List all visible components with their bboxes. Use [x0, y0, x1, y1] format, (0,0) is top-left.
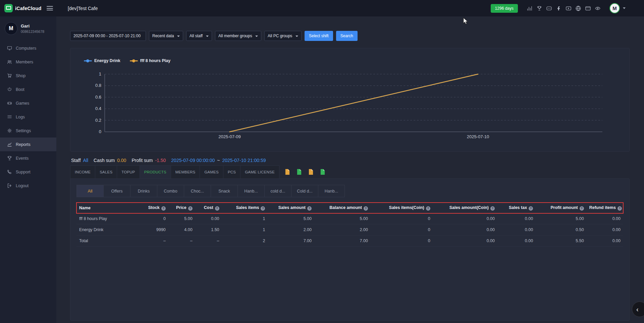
- sidebar-item-boot[interactable]: Boot: [0, 83, 56, 96]
- period-start-link[interactable]: 2025-07-09 00:00:00: [171, 158, 215, 163]
- sidebar-item-events[interactable]: Events: [0, 151, 56, 165]
- tab-products[interactable]: PRODUCTS: [140, 165, 171, 179]
- category-tab-combo-3[interactable]: Combo: [157, 185, 184, 197]
- svg-text:0.6: 0.6: [95, 95, 101, 100]
- trophy-icon[interactable]: [536, 5, 542, 11]
- tab-game-license[interactable]: GAME LICENSE: [240, 165, 279, 179]
- stats-icon[interactable]: [527, 5, 533, 11]
- table-cell: 0.00: [587, 213, 623, 224]
- license-days-badge[interactable]: 1296 days: [491, 4, 518, 13]
- table-cell: 2: [222, 235, 268, 247]
- youtube-icon[interactable]: [566, 5, 572, 11]
- category-tab-offers-1[interactable]: Offers: [103, 185, 130, 197]
- info-icon[interactable]: ?: [490, 206, 495, 211]
- sidebar-item-games[interactable]: Games: [0, 96, 56, 110]
- tab-members[interactable]: MEMBERS: [171, 165, 200, 179]
- info-icon[interactable]: ?: [215, 206, 219, 211]
- table-cell: 1.50: [195, 224, 222, 235]
- info-icon[interactable]: ?: [307, 206, 312, 211]
- period-end-link[interactable]: 2025-07-10 21:00:59: [222, 158, 266, 163]
- sidebar-nav: ComputersMembersShopBootGamesLogsSetting…: [0, 41, 56, 193]
- table-row: Energy Drink99904.001.5012.002.0000.000.…: [76, 224, 623, 235]
- chevron-down-icon[interactable]: [623, 7, 626, 9]
- tab-income[interactable]: INCOME: [70, 165, 95, 179]
- user-phone: 008612345678: [21, 30, 44, 34]
- column-header-sales-tax: Sales tax?: [497, 203, 536, 213]
- staff-select[interactable]: All staff: [186, 31, 212, 41]
- tab-pcs[interactable]: PCS: [223, 165, 240, 179]
- category-tab-cold-d-8[interactable]: Cold d...: [291, 185, 318, 197]
- export-xls-icon[interactable]: [308, 169, 314, 175]
- tab-games[interactable]: GAMES: [200, 165, 223, 179]
- column-header-name: Name: [76, 203, 137, 213]
- table-total-row: Total–––27.007.0000.000.005.500.00: [76, 235, 623, 247]
- info-icon[interactable]: ?: [580, 206, 584, 211]
- sidebar-item-label: Support: [16, 170, 31, 174]
- info-icon[interactable]: ?: [161, 206, 166, 211]
- sidebar-avatar: M: [5, 22, 17, 35]
- recent-data-select[interactable]: Recent data: [149, 31, 183, 41]
- sidebar-item-members[interactable]: Members: [0, 55, 56, 69]
- column-header-stock: Stock?: [137, 203, 168, 213]
- pc-groups-select[interactable]: All PC groups: [265, 31, 301, 41]
- brand-name: iCafeCloud: [15, 6, 42, 11]
- table-cell: 7.00: [314, 235, 371, 247]
- info-icon[interactable]: ?: [618, 206, 622, 211]
- table-body: fff 8 hours Play05.000.0015.005.0000.000…: [76, 213, 623, 247]
- svg-text:2025-07-09: 2025-07-09: [218, 134, 241, 139]
- date-range-input[interactable]: [70, 31, 146, 41]
- user-avatar[interactable]: M: [609, 3, 620, 13]
- legend-item-energy-drink[interactable]: Energy Drink: [84, 58, 120, 63]
- info-icon[interactable]: ?: [261, 206, 265, 211]
- staff-filter-link[interactable]: All: [83, 158, 89, 163]
- category-tab-snack-5[interactable]: Snack: [211, 185, 237, 197]
- info-icon[interactable]: ?: [364, 206, 368, 211]
- export-xlsx-icon[interactable]: [320, 169, 325, 175]
- column-header-sales-amount: Sales amount?: [268, 203, 314, 213]
- facebook-icon[interactable]: [556, 5, 562, 11]
- discord-icon[interactable]: [546, 5, 552, 11]
- sidebar-item-logout[interactable]: Logout: [0, 179, 56, 193]
- billing-icon[interactable]: [585, 5, 591, 11]
- table-cell: 0.00: [497, 235, 536, 247]
- search-button[interactable]: Search: [336, 31, 358, 41]
- category-tab-hanb-9[interactable]: Hanb...: [318, 185, 345, 197]
- tab-topup[interactable]: TOPUP: [117, 165, 139, 179]
- globe-icon[interactable]: [575, 5, 581, 11]
- table-cell: –: [168, 235, 195, 247]
- info-icon[interactable]: ?: [188, 206, 193, 211]
- info-icon[interactable]: ?: [529, 206, 533, 211]
- display-icon[interactable]: [595, 5, 601, 11]
- member-groups-select[interactable]: All member groups: [215, 31, 261, 41]
- topbar: iCafeCloud [dev]Test Cafe 1296 days M: [0, 0, 644, 16]
- info-icon[interactable]: ?: [426, 206, 430, 211]
- sidebar-item-settings[interactable]: Settings: [0, 124, 56, 138]
- sidebar-item-reports[interactable]: Reports: [0, 138, 56, 151]
- profit-sum-label: Profit sum: [131, 158, 153, 163]
- sidebar-item-label: Computers: [16, 46, 36, 51]
- svg-text:0.2: 0.2: [95, 118, 101, 123]
- select-shift-button[interactable]: Select shift: [305, 31, 333, 41]
- table-cell: 4.00: [168, 224, 195, 235]
- menu-toggle-icon[interactable]: [47, 6, 53, 10]
- column-header-cost: Cost?: [195, 203, 222, 213]
- brand[interactable]: iCafeCloud: [0, 0, 56, 16]
- staff-select-wrap: All staff: [186, 31, 212, 41]
- sidebar-item-label: Reports: [16, 142, 31, 147]
- export-pdf-icon[interactable]: [285, 169, 290, 175]
- category-tab-choc-4[interactable]: Choc...: [184, 185, 211, 197]
- category-tab-drinks-2[interactable]: Drinks: [130, 185, 157, 197]
- tab-sales[interactable]: SALES: [95, 165, 117, 179]
- sidebar-item-shop[interactable]: Shop: [0, 69, 56, 83]
- category-tab-hanb-6[interactable]: Hanb...: [237, 185, 264, 197]
- export-csv-icon[interactable]: [297, 169, 302, 175]
- sidebar-item-logs[interactable]: Logs: [0, 110, 56, 124]
- sidebar-item-support[interactable]: Support: [0, 165, 56, 179]
- category-tab-cold-d-7[interactable]: cold d...: [264, 185, 291, 197]
- legend-item-fff-8-hours-play[interactable]: fff 8 hours Play: [130, 58, 170, 63]
- sidebar-item-computers[interactable]: Computers: [0, 41, 56, 55]
- table-cell: 0.00: [587, 235, 623, 247]
- svg-text:2025-07-10: 2025-07-10: [467, 134, 489, 139]
- table-cell: 0.00: [433, 224, 497, 235]
- category-tab-all-0[interactable]: All: [76, 185, 103, 197]
